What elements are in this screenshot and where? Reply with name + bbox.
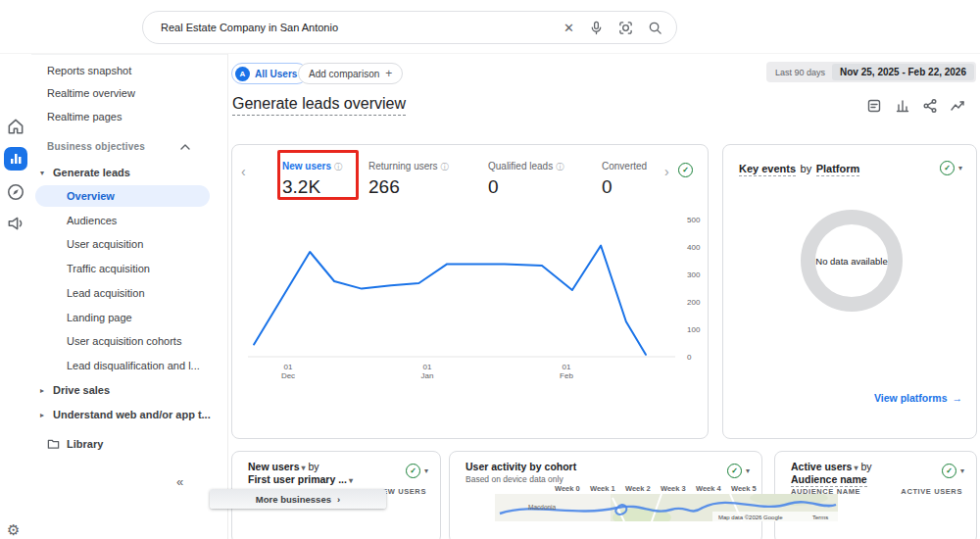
explore-icon[interactable] (6, 182, 25, 202)
chevron-down-icon: ▾ (746, 466, 750, 475)
nav-user-acquisition-cohorts[interactable]: User acquisition cohorts (31, 330, 259, 353)
cohort-subtitle: Based on device data only (466, 474, 564, 484)
chevron-down-icon: ▾ (958, 164, 962, 172)
chevron-down-icon: ▾ (349, 476, 353, 485)
info-icon[interactable]: ⓘ (441, 163, 449, 172)
lens-camera-icon[interactable] (618, 21, 633, 35)
compare-bars-icon[interactable] (895, 98, 910, 114)
key-events-title: Key events by Platform (739, 159, 859, 176)
chevron-down-icon: ▾ (960, 466, 964, 475)
insights-icon[interactable] (950, 98, 965, 114)
nav-section-business-objectives[interactable]: Business objectives (47, 137, 145, 157)
new-users-by-title[interactable]: New users▾ by (248, 461, 319, 472)
page-title[interactable]: Generate leads overview (232, 95, 406, 116)
data-quality-check-icon[interactable]: ✓ (678, 163, 693, 177)
note-icon[interactable] (866, 98, 882, 114)
search-bar[interactable]: Real Estate Company in San Antonio ✕ (142, 11, 677, 44)
add-comparison-chip[interactable]: Add comparison + (298, 63, 403, 84)
nav-traffic-acquisition[interactable]: Traffic acquisition (31, 258, 259, 280)
date-range-picker[interactable]: Last 90 days Nov 25, 2025 - Feb 22, 2026 (766, 62, 976, 82)
card-status-dropdown[interactable]: ✓ ▾ (727, 464, 750, 478)
microphone-icon[interactable] (589, 21, 604, 35)
active-users-dimension[interactable]: Audience name (791, 473, 867, 485)
new-users-by-dimension[interactable]: First user primary ...▾ (248, 473, 353, 485)
metric-converted[interactable]: Converted 0 (602, 156, 647, 198)
y-axis-tick: 500 (687, 216, 710, 224)
info-icon[interactable]: ⓘ (556, 163, 564, 172)
home-icon[interactable] (6, 117, 25, 136)
nav-generate-leads[interactable]: Generate leads (31, 162, 245, 184)
metric-qualified-leads[interactable]: Qualified leadsⓘ 0 (488, 156, 564, 198)
more-businesses-button[interactable]: More businesses › (210, 489, 386, 509)
chevron-down-icon: ▾ (854, 464, 858, 472)
reports-nav-panel: Reports snapshot Realtime overview Realt… (31, 54, 228, 539)
check-circle-icon: ✓ (406, 464, 420, 478)
left-rail: ⚙ (0, 54, 31, 539)
annotation-highlight-box (277, 150, 359, 200)
metric-converted-value: 0 (602, 176, 647, 198)
card-status-dropdown[interactable]: ✓ ▾ (942, 464, 964, 478)
all-users-chip[interactable]: A All Users (231, 63, 308, 84)
chevron-right-icon: › (337, 494, 340, 505)
y-axis-tick: 200 (687, 298, 710, 307)
map-fragment[interactable]: Macdonia Map data ©2026 Google Terms (495, 494, 838, 521)
card-status-dropdown[interactable]: ✓ ▾ (406, 464, 428, 478)
key-events-status-dropdown[interactable]: ✓ ▾ (940, 161, 962, 175)
settings-gear-icon[interactable]: ⚙ (7, 521, 20, 539)
x-axis-tick-dec: 01Dec (275, 363, 301, 380)
nav-overview-selected[interactable]: Overview (35, 185, 210, 207)
nav-drive-sales[interactable]: Drive sales (31, 379, 245, 402)
metric-converted-label[interactable]: Converted (602, 161, 647, 172)
add-comparison-label: Add comparison (309, 69, 379, 79)
search-bar-icons: ✕ (564, 21, 676, 35)
all-users-avatar: A (235, 67, 250, 81)
collapse-nav-icon[interactable]: « (176, 474, 183, 489)
date-preset-label: Last 90 days (768, 68, 832, 77)
week-label: Week 1 (590, 484, 623, 493)
nav-user-acquisition[interactable]: User acquisition (31, 233, 259, 256)
check-circle-icon: ✓ (940, 161, 955, 175)
metric-returning-label[interactable]: Returning users (368, 161, 438, 172)
nav-divider (227, 54, 228, 539)
key-events-card: Key events by Platform ✓ ▾ No data avail… (722, 144, 977, 439)
chevron-down-icon: ▾ (302, 464, 306, 472)
week-label: Week 4 (696, 484, 729, 493)
nav-audiences[interactable]: Audiences (31, 210, 259, 232)
ga4-app: Real Estate Company in San Antonio ✕ (0, 0, 980, 539)
share-icon[interactable] (922, 98, 938, 114)
view-platforms-label: View platforms (874, 392, 948, 404)
arrow-right-icon: → (953, 392, 963, 404)
nav-library[interactable]: Library (31, 433, 259, 456)
advertising-icon[interactable] (6, 214, 25, 233)
key-events-dimension-link[interactable]: Platform (816, 163, 860, 176)
nav-lead-acquisition[interactable]: Lead acquisition (31, 282, 259, 305)
reports-icon[interactable] (4, 147, 27, 171)
metric-qualified-label[interactable]: Qualified leads (488, 161, 553, 172)
nav-lead-disqualification[interactable]: Lead disqualification and l... (31, 355, 259, 377)
metrics-scroll-left-icon[interactable]: ‹ (241, 164, 246, 179)
clear-search-icon[interactable]: ✕ (564, 21, 574, 35)
metrics-scroll-right-icon[interactable]: › (664, 164, 669, 179)
new-users-chart[interactable] (248, 219, 675, 358)
map-place-label: Macdonia (528, 504, 557, 511)
nav-landing-page[interactable]: Landing page (31, 307, 259, 329)
nav-realtime-overview[interactable]: Realtime overview (31, 82, 239, 105)
all-users-label: All Users (255, 69, 297, 79)
key-events-by: by (801, 163, 812, 174)
nav-reports-snapshot[interactable]: Reports snapshot (31, 60, 239, 82)
week-label: Week 3 (661, 484, 694, 493)
key-events-metric-link[interactable]: Key events (739, 163, 796, 176)
cohort-title: User activity by cohort (466, 461, 576, 472)
search-icon[interactable] (648, 21, 662, 35)
active-users-title[interactable]: Active users▾ by (791, 461, 871, 472)
view-platforms-link[interactable]: View platforms → (874, 392, 962, 404)
y-axis-tick: 0 (687, 353, 710, 362)
search-input[interactable]: Real Estate Company in San Antonio (143, 22, 564, 33)
section-collapse-chevron-up-icon[interactable] (180, 143, 190, 151)
nav-understand-web-app[interactable]: Understand web and/or app t... (31, 404, 245, 426)
nav-realtime-pages[interactable]: Realtime pages (31, 106, 239, 128)
week-label: Week 0 (555, 484, 588, 493)
check-circle-icon: ✓ (727, 464, 742, 478)
metric-returning-users[interactable]: Returning usersⓘ 266 (368, 156, 449, 198)
no-data-label: No data available (801, 210, 903, 312)
